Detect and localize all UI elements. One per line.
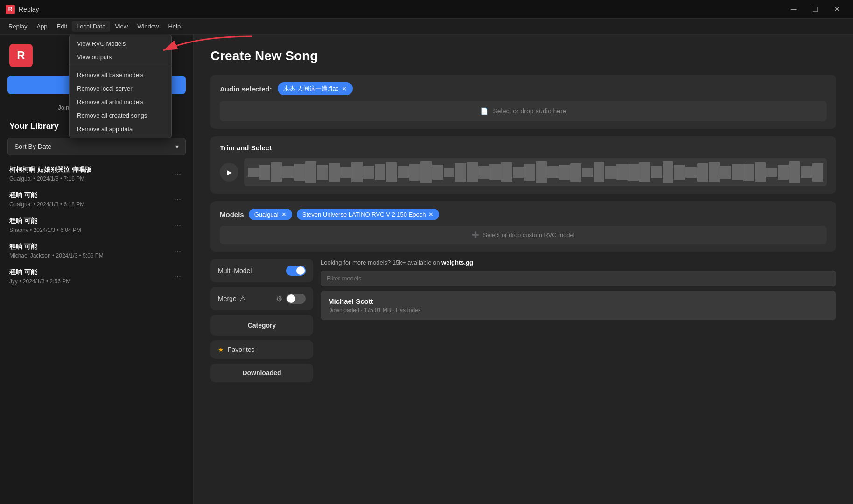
waveform-bar [697,163,708,182]
list-item[interactable]: 程响 可能 Shaonv • 2024/1/3 • 6:04 PM ··· [0,212,193,238]
sort-dropdown[interactable]: Sort By Date ▾ [7,138,186,155]
library-list: 柯柯柯啊 姑娘别哭泣 弹唱版 Guaiguai • 2024/1/3 • 7:1… [0,159,193,504]
waveform-bar [616,164,628,180]
dropdown-remove-data[interactable]: Remove all app data [70,122,171,136]
waveform-bar [363,166,374,179]
menu-localdata[interactable]: Local Data [72,21,110,32]
audio-section: Audio selected: 木杰-人间这一遭.flac ✕ 📄 Select… [210,75,836,129]
waveform-bar [455,163,466,182]
dropdown-view-rvc-models[interactable]: View RVC Models [70,37,171,50]
window-controls: ─ □ ✕ [783,0,847,19]
right-col: Looking for more models? 15k+ available … [321,259,836,382]
merge-row: Merge ⚠ ⚙ [210,287,313,310]
library-item-meta: Michael Jackson • 2024/1/3 • 5:06 PM [9,252,171,259]
library-item-title: 程响 可能 [9,268,171,277]
menubar: Replay App Edit Local Data View Window H… [0,19,853,35]
more-options-icon[interactable]: ··· [171,193,184,206]
library-item-meta: Jyy • 2024/1/3 • 2:56 PM [9,278,171,285]
model-entry[interactable]: Michael Scott Downloaded · 175.01 MB · H… [321,291,836,320]
waveform-bar [317,165,328,179]
list-item[interactable]: 柯柯柯啊 姑娘别哭泣 弹唱版 Guaiguai • 2024/1/3 • 7:1… [0,161,193,187]
maximize-button[interactable]: □ [804,0,826,19]
model-list-info: Looking for more models? 15k+ available … [321,259,473,266]
menu-window[interactable]: Window [133,21,163,32]
model-chip-steven: Steven Universe LATINO RVC V 2 150 Epoch… [297,209,440,220]
models-row: Models Guaiguai ✕ Steven Universe LATINO… [220,209,827,220]
multi-model-row: Multi-Model [210,259,313,282]
titlebar-left: R Replay [6,5,39,14]
model-drop-zone[interactable]: ➕ Select or drop custom RVC model [220,226,827,244]
downloaded-label: Downloaded [242,369,281,377]
model-drop-text: Select or drop custom RVC model [483,231,574,238]
play-button[interactable]: ▶ [220,163,238,182]
sort-label: Sort By Date [14,143,51,150]
dropdown-remove-server[interactable]: Remove local server [70,82,171,95]
menu-view[interactable]: View [110,21,133,32]
app-logo: R [6,5,15,14]
waveform-bar [524,164,536,181]
library-item-meta: Shaonv • 2024/1/3 • 6:04 PM [9,227,171,233]
menu-app[interactable]: App [32,21,52,32]
model-chip-label: Guaiguai [254,211,279,218]
app-title: Replay [19,6,39,13]
waveform-bar [663,161,674,183]
dropdown-view-outputs[interactable]: View outputs [70,50,171,64]
more-options-icon[interactable]: ··· [171,218,184,232]
two-col-layout: Multi-Model Merge ⚠ ⚙ [210,259,836,382]
multi-model-toggle[interactable] [286,266,306,276]
model-chip-remove[interactable]: ✕ [281,211,287,218]
menu-help[interactable]: Help [163,21,185,32]
model-entry-meta: Downloaded · 175.01 MB · Has Index [328,307,829,314]
menu-replay[interactable]: Replay [4,21,32,32]
waveform-bar [271,162,282,182]
titlebar: R Replay ─ □ ✕ [0,0,853,19]
waveform-bar [547,166,559,178]
waveform-bar [420,161,432,183]
close-button[interactable]: ✕ [826,0,847,19]
waveform-bar [340,167,351,177]
model-drop-icon: ➕ [472,231,479,238]
waveform-display[interactable] [244,158,827,186]
waveform-bar [812,163,824,182]
library-item-info: 柯柯柯啊 姑娘别哭泣 弹唱版 Guaiguai • 2024/1/3 • 7:1… [9,166,171,182]
waveform-bar [386,162,397,182]
weights-link[interactable]: weights.gg [441,259,473,266]
more-options-icon[interactable]: ··· [171,244,184,258]
sidebar-logo: R [9,44,33,67]
waveform-bar [674,165,685,179]
waveform-bar [329,163,340,182]
model-entry-name: Michael Scott [328,297,829,305]
dropdown-remove-artist[interactable]: Remove all artist models [70,95,171,109]
models-label: Models [220,210,244,218]
merge-toggle[interactable] [286,294,306,304]
waveform-bar [375,164,386,180]
waveform-bar [501,162,512,182]
waveform-bar [467,162,478,182]
more-options-icon[interactable]: ··· [171,270,184,283]
list-item[interactable]: 程响 可能 Guaiguai • 2024/1/3 • 6:18 PM ··· [0,187,193,212]
merge-settings-icon[interactable]: ⚙ [276,294,282,303]
audio-chip-remove[interactable]: ✕ [342,85,347,92]
library-item-info: 程响 可能 Michael Jackson • 2024/1/3 • 5:06 … [9,243,171,259]
library-item-title: 程响 可能 [9,217,171,225]
model-list-header: Looking for more models? 15k+ available … [321,259,836,266]
list-item[interactable]: 程响 可能 Jyy • 2024/1/3 • 2:56 PM ··· [0,264,193,289]
favorites-box[interactable]: ★ Favorites [210,340,313,359]
waveform-row: ▶ [220,158,827,186]
model-chip-remove[interactable]: ✕ [428,211,433,218]
waveform-bar [432,165,443,179]
list-item[interactable]: 程响 可能 Michael Jackson • 2024/1/3 • 5:06 … [0,238,193,264]
downloaded-box[interactable]: Downloaded [210,364,313,382]
waveform-bar [801,166,812,178]
dropdown-remove-base[interactable]: Remove all base models [70,68,171,82]
models-section: Models Guaiguai ✕ Steven Universe LATINO… [210,201,836,252]
dropdown-remove-songs[interactable]: Remove all created songs [70,109,171,122]
minimize-button[interactable]: ─ [783,0,804,19]
audio-drop-zone[interactable]: 📄 Select or drop audio here [220,101,827,121]
filter-models-input[interactable] [321,271,836,286]
waveform-bar [743,164,755,181]
more-options-icon[interactable]: ··· [171,167,184,181]
waveform-bar [789,161,800,183]
library-item-title: 程响 可能 [9,243,171,251]
menu-edit[interactable]: Edit [52,21,72,32]
